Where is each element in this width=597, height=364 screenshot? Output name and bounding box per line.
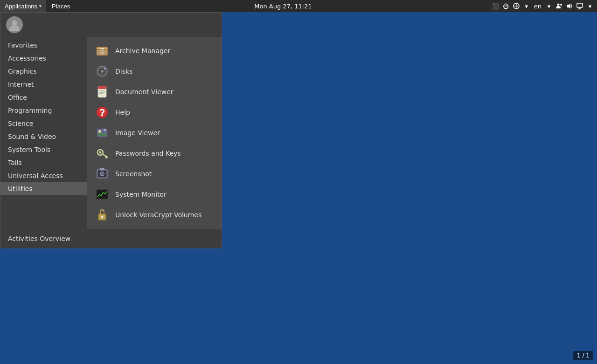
app-item-screenshot[interactable]: Screenshot: [87, 164, 222, 184]
menu-bottom: Activities Overview: [0, 229, 222, 248]
activities-overview-item[interactable]: Activities Overview: [8, 233, 214, 244]
sidebar-item-favorites[interactable]: Favorites: [0, 39, 87, 52]
users-icon[interactable]: [555, 2, 563, 10]
app-label-screenshot: Screenshot: [115, 170, 152, 178]
settings-arrow-icon[interactable]: ▾: [586, 2, 594, 10]
app-item-archive-manager[interactable]: Archive Manager: [87, 41, 222, 61]
user-avatar: [6, 16, 23, 33]
app-label-passwords-and-keys: Passwords and Keys: [115, 150, 181, 157]
places-label: Places: [52, 3, 70, 10]
sidebar-item-accessories[interactable]: Accessories: [0, 52, 87, 65]
svg-point-20: [104, 68, 106, 69]
sidebar-item-sound-video[interactable]: Sound & Video: [0, 130, 87, 143]
app-label-disks: Disks: [115, 68, 132, 75]
sidebar-item-internet[interactable]: Internet: [0, 78, 87, 91]
page-indicator-text: 1 / 1: [577, 352, 590, 359]
app-label-archive-manager: Archive Manager: [115, 47, 170, 55]
datetime-text: Mon Aug 27, 11:21: [254, 3, 312, 10]
page-indicator: 1 / 1: [573, 351, 593, 360]
app-label-help: Help: [115, 109, 130, 116]
app-item-unlock-veracrypt[interactable]: Unlock VeraCrypt Volumes: [87, 205, 222, 225]
app-item-system-monitor[interactable]: System Monitor: [87, 184, 222, 205]
power-icon[interactable]: ⏻: [502, 2, 510, 10]
svg-point-4: [560, 4, 562, 6]
system-monitor-icon: [95, 187, 110, 202]
applications-menu-button[interactable]: Applications ▾: [0, 0, 46, 12]
app-label-document-viewer: Document Viewer: [115, 88, 174, 96]
taskbar-left: Applications ▾ Places: [0, 0, 75, 12]
menu-body: Favorites Accessories Graphics Internet …: [0, 37, 222, 229]
archive-manager-icon: [95, 43, 110, 58]
sidebar-item-science[interactable]: Science: [0, 117, 87, 130]
svg-point-31: [104, 130, 106, 131]
language-arrow-icon[interactable]: ▾: [545, 2, 553, 10]
sidebar-item-office[interactable]: Office: [0, 91, 87, 104]
help-icon: [95, 105, 110, 120]
network-icon[interactable]: [512, 2, 521, 10]
disks-icon: [95, 64, 110, 79]
svg-point-27: [101, 114, 103, 116]
svg-point-9: [12, 20, 17, 26]
sidebar-item-graphics[interactable]: Graphics: [0, 65, 87, 78]
volume-icon[interactable]: [565, 2, 574, 10]
app-item-document-viewer[interactable]: Document Viewer: [87, 82, 222, 102]
app-list: Archive Manager Disks: [87, 37, 222, 229]
applications-label: Applications: [5, 3, 37, 10]
svg-rect-46: [102, 217, 103, 219]
taskbar-datetime: Mon Aug 27, 11:21: [75, 3, 492, 10]
sidebar-item-programming[interactable]: Programming: [0, 104, 87, 117]
passwords-keys-icon: [95, 146, 110, 161]
svg-rect-6: [577, 3, 583, 7]
app-item-passwords-and-keys[interactable]: Passwords and Keys: [87, 143, 222, 164]
language-text[interactable]: en: [533, 3, 543, 10]
app-item-disks[interactable]: Disks: [87, 61, 222, 82]
svg-point-3: [557, 4, 560, 6]
taskbar-right: ⬛ ⏻ ▾ en ▾: [492, 2, 597, 10]
activities-label: Activities Overview: [8, 235, 70, 242]
network-arrow-icon[interactable]: ▾: [522, 2, 531, 10]
app-item-image-viewer[interactable]: Image Viewer: [87, 123, 222, 143]
screenshot-icon: [95, 166, 110, 181]
category-sidebar: Favorites Accessories Graphics Internet …: [0, 37, 87, 229]
applications-arrow-icon: ▾: [39, 4, 42, 8]
app-label-system-monitor: System Monitor: [115, 191, 167, 198]
image-viewer-icon: [95, 125, 110, 140]
menu-top: [0, 13, 222, 37]
app-label-unlock-veracrypt: Unlock VeraCrypt Volumes: [115, 211, 201, 219]
svg-point-29: [98, 130, 101, 133]
app-label-image-viewer: Image Viewer: [115, 129, 160, 137]
app-item-help[interactable]: Help: [87, 102, 222, 123]
sidebar-item-universal-access[interactable]: Universal Access: [0, 169, 87, 182]
svg-rect-39: [100, 168, 104, 170]
screenshot-tray-icon[interactable]: ⬛: [492, 2, 500, 10]
system-icon[interactable]: [576, 2, 584, 10]
svg-rect-22: [98, 86, 106, 89]
sidebar-item-tails[interactable]: Tails: [0, 156, 87, 169]
places-menu-button[interactable]: Places: [47, 0, 75, 12]
document-viewer-icon: [95, 84, 110, 99]
sidebar-item-system-tools[interactable]: System Tools: [0, 143, 87, 156]
svg-rect-12: [100, 48, 104, 49]
svg-point-41: [102, 173, 103, 175]
application-menu: Favorites Accessories Graphics Internet …: [0, 12, 222, 248]
svg-point-36: [99, 151, 102, 154]
svg-marker-5: [567, 3, 570, 9]
sidebar-item-utilities[interactable]: Utilities: [0, 182, 87, 195]
svg-point-19: [101, 70, 104, 73]
unlock-veracrypt-icon: [95, 207, 110, 222]
taskbar: Applications ▾ Places Mon Aug 27, 11:21 …: [0, 0, 597, 12]
